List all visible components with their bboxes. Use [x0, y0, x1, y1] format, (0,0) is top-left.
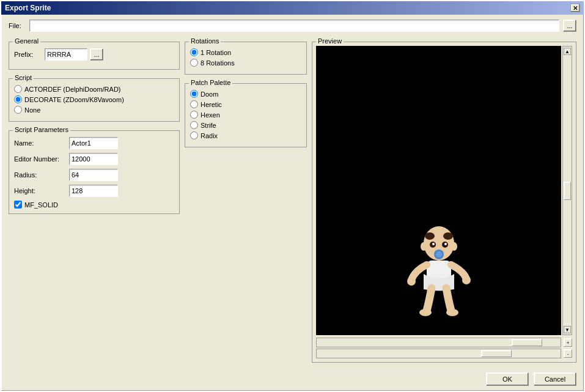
- script-option-1: DECORATE (ZDoom/K8Vavoom): [14, 95, 174, 103]
- palette-radio-1[interactable]: [190, 100, 198, 108]
- prefix-label: Prefix:: [14, 51, 45, 58]
- dialog-body: File: ... General Prefix: ...: [1, 15, 584, 368]
- preview-scrollbar-h1[interactable]: [316, 338, 561, 347]
- mf-solid-checkbox[interactable]: [14, 201, 22, 209]
- scroll-thumb-h1[interactable]: [512, 339, 542, 346]
- editor-number-row: Editor Number:: [14, 153, 174, 165]
- prefix-input[interactable]: [45, 48, 87, 61]
- zoom-plus-button[interactable]: +: [564, 338, 572, 347]
- scrollbar-h-row-2: -: [316, 349, 572, 358]
- svg-point-8: [436, 251, 442, 257]
- preview-border: Preview: [312, 42, 576, 363]
- rotation-radio-0[interactable]: [190, 48, 198, 56]
- scroll-down-button[interactable]: ▼: [564, 326, 571, 333]
- general-title: General: [13, 37, 40, 45]
- palette-label-2: Hexen: [201, 111, 220, 119]
- script-group: Script ACTORDEF (DelphiDoom/RAD) DECORAT…: [9, 78, 180, 122]
- svg-point-14: [419, 309, 432, 316]
- rotation-option-0: 1 Rotation: [190, 48, 301, 56]
- cancel-button[interactable]: Cancel: [534, 372, 576, 386]
- svg-point-1: [425, 232, 435, 240]
- sprite-preview-svg: [402, 213, 476, 335]
- palette-radio-3[interactable]: [190, 121, 198, 129]
- file-browse-button[interactable]: ...: [563, 20, 576, 32]
- height-input[interactable]: [69, 185, 118, 197]
- file-input[interactable]: [29, 20, 559, 32]
- mf-solid-label: MF_SOLID: [24, 201, 58, 209]
- main-content: General Prefix: ... Script: [9, 37, 576, 363]
- preview-bottom: + -: [316, 338, 572, 358]
- palette-radio-4[interactable]: [190, 131, 198, 139]
- script-label-1: DECORATE (ZDoom/K8Vavoom): [24, 96, 124, 103]
- palette-label-1: Heretic: [201, 101, 222, 108]
- script-option-2: None: [14, 106, 174, 114]
- scroll-thumb-vertical[interactable]: [564, 182, 571, 200]
- radius-input[interactable]: [69, 169, 118, 181]
- close-button[interactable]: ✕: [570, 4, 580, 12]
- preview-canvas-area: ▲ ▼: [316, 46, 572, 335]
- svg-point-2: [443, 232, 453, 240]
- script-radio-1[interactable]: [14, 95, 22, 103]
- ok-button[interactable]: OK: [486, 372, 529, 386]
- script-params-group: Script Parameters Name: Editor Number: R…: [9, 130, 180, 214]
- editor-number-input[interactable]: [69, 153, 118, 165]
- title-bar: Export Sprite ✕: [1, 1, 584, 15]
- middle-panel: Rotations 1 Rotation 8 Rotations: [185, 37, 307, 363]
- preview-scrollbar-vertical[interactable]: ▲ ▼: [562, 46, 572, 335]
- height-row: Height:: [14, 185, 174, 197]
- name-row: Name:: [14, 137, 174, 149]
- scrollbar-h-row-1: +: [316, 338, 572, 347]
- file-label: File:: [9, 22, 26, 29]
- palette-radio-0[interactable]: [190, 90, 198, 98]
- svg-point-13: [462, 276, 471, 284]
- palette-option-3: Strife: [190, 121, 301, 129]
- export-sprite-dialog: Export Sprite ✕ File: ... General Prefix…: [0, 0, 585, 392]
- rotation-radio-1[interactable]: [190, 59, 198, 67]
- preview-scrollbar-h2[interactable]: [316, 349, 561, 358]
- svg-point-5: [432, 243, 435, 245]
- preview-group: Preview: [312, 42, 576, 363]
- script-label-2: None: [24, 106, 40, 114]
- name-label: Name:: [14, 139, 69, 147]
- script-radio-2[interactable]: [14, 106, 22, 114]
- svg-point-15: [446, 309, 458, 316]
- svg-point-10: [451, 242, 457, 251]
- rotations-group: Rotations 1 Rotation 8 Rotations: [185, 42, 307, 75]
- palette-option-1: Heretic: [190, 100, 301, 108]
- script-title: Script: [13, 74, 34, 81]
- rotation-option-1: 8 Rotations: [190, 59, 301, 67]
- svg-point-6: [444, 243, 447, 245]
- prefix-browse-button[interactable]: ...: [90, 48, 103, 61]
- palette-option-4: Radix: [190, 131, 301, 139]
- editor-number-label: Editor Number:: [14, 155, 69, 163]
- radius-row: Radius:: [14, 169, 174, 181]
- rotations-title: Rotations: [189, 37, 221, 45]
- script-params-title: Script Parameters: [13, 126, 70, 133]
- dialog-title: Export Sprite: [5, 4, 51, 12]
- patch-palette-title: Patch Palette: [189, 79, 232, 86]
- script-label-0: ACTORDEF (DelphiDoom/RAD): [24, 86, 121, 93]
- palette-option-0: Doom: [190, 90, 301, 98]
- preview-title: Preview: [316, 37, 344, 45]
- name-input[interactable]: [69, 137, 118, 149]
- script-radio-0[interactable]: [14, 85, 22, 93]
- preview-canvas: [316, 46, 561, 335]
- svg-point-9: [421, 242, 427, 251]
- scroll-up-button[interactable]: ▲: [564, 48, 571, 55]
- radius-label: Radius:: [14, 171, 69, 179]
- mf-solid-row: MF_SOLID: [14, 201, 174, 209]
- scroll-thumb-h2[interactable]: [481, 350, 512, 357]
- left-panel: General Prefix: ... Script: [9, 37, 180, 363]
- palette-label-4: Radix: [201, 132, 218, 139]
- file-row: File: ...: [9, 20, 576, 32]
- script-border: Script ACTORDEF (DelphiDoom/RAD) DECORAT…: [9, 78, 180, 122]
- height-label: Height:: [14, 187, 69, 194]
- svg-point-12: [407, 277, 416, 286]
- zoom-minus-button[interactable]: -: [564, 349, 572, 358]
- rotation-label-0: 1 Rotation: [201, 49, 231, 56]
- script-option-0: ACTORDEF (DelphiDoom/RAD): [14, 85, 174, 93]
- patch-palette-border: Patch Palette Doom Heretic Hexen: [185, 83, 307, 147]
- patch-palette-group: Patch Palette Doom Heretic Hexen: [185, 83, 307, 147]
- palette-radio-2[interactable]: [190, 111, 198, 119]
- palette-label-0: Doom: [201, 91, 218, 98]
